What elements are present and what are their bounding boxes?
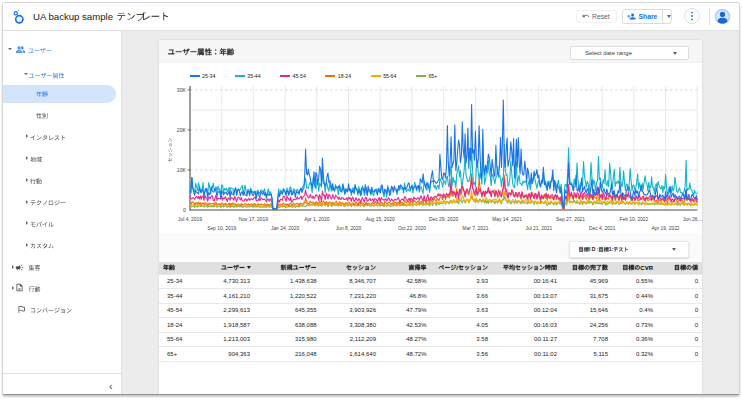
svg-text:Jan 24, 2020: Jan 24, 2020 [271,226,300,231]
svg-text:Nov 17, 2019: Nov 17, 2019 [239,217,268,222]
svg-text:Jul 21, 2021: Jul 21, 2021 [525,226,552,231]
svg-text:Aug 15, 2020: Aug 15, 2020 [366,217,395,222]
svg-text:Dec 29, 2020: Dec 29, 2020 [429,217,458,222]
svg-text:Apr 1, 2020: Apr 1, 2020 [304,217,330,222]
svg-text:10K: 10K [177,167,187,173]
svg-text:Jun 26,...: Jun 26,... [683,217,703,222]
svg-text:Feb 10, 2022: Feb 10, 2022 [619,217,648,222]
svg-text:20K: 20K [177,127,187,133]
svg-text:Jul 4, 2019: Jul 4, 2019 [178,217,202,222]
svg-text:0: 0 [183,207,186,213]
svg-text:Oct 22, 2020: Oct 22, 2020 [398,226,426,231]
svg-text:Dec 4, 2021: Dec 4, 2021 [589,226,616,231]
svg-text:Sep 27, 2021: Sep 27, 2021 [556,217,585,222]
svg-text:30K: 30K [177,87,187,93]
svg-text:Mar 7, 2021: Mar 7, 2021 [462,226,488,231]
svg-text:May 14, 2021: May 14, 2021 [492,217,522,222]
svg-text:Apr 19, 2022: Apr 19, 2022 [652,226,680,231]
svg-text:Sep 10, 2019: Sep 10, 2019 [207,226,236,231]
svg-text:Jun 8, 2020: Jun 8, 2020 [336,226,362,231]
